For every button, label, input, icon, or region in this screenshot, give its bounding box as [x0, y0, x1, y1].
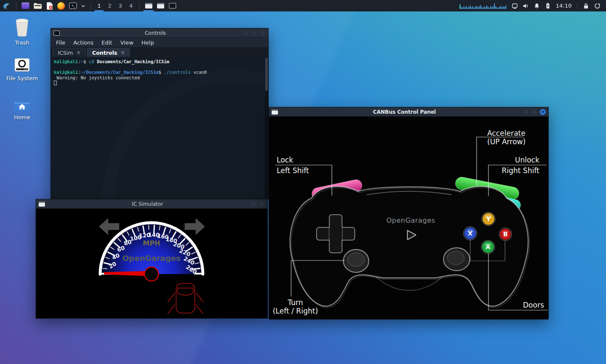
menu-actions[interactable]: Actions	[73, 39, 94, 46]
maximize-button[interactable]	[531, 109, 537, 115]
label-lock: Lock	[277, 156, 293, 164]
label-unlock: Unlock	[515, 156, 539, 164]
terminal-window: Controls File Actions Edit View Help ICS…	[50, 28, 269, 199]
folder-glyph	[34, 3, 42, 9]
close-button[interactable]: ×	[540, 109, 546, 115]
trash-icon	[13, 18, 31, 37]
button-y-label: Y	[486, 216, 491, 222]
terminal-output[interactable]: kali@kali:~$ cd Documents/Car_Hacking/IC…	[51, 57, 268, 199]
label-lock-key: Left Shift	[277, 166, 309, 175]
firefox-icon[interactable]	[55, 0, 67, 11]
controller-diagram: OpenGarages Y X B A	[269, 117, 549, 319]
left-analog-stick	[343, 249, 369, 272]
window-app-icon[interactable]	[20, 0, 31, 11]
gauge-brand-label: OpenGarages	[123, 254, 181, 263]
kali-menu-icon[interactable]	[0, 0, 13, 11]
canbus-window-icon	[272, 109, 278, 115]
panel-separator	[16, 3, 17, 9]
maximize-button[interactable]	[251, 30, 257, 36]
battery-icon[interactable]	[542, 0, 553, 11]
terminal-window-glyph	[169, 3, 176, 8]
volume-icon[interactable]	[520, 0, 531, 11]
canbus-control-panel-window: CANBus Control Panel ×	[269, 107, 549, 319]
window-button[interactable]	[154, 0, 166, 11]
workspace-3[interactable]: 3	[115, 0, 126, 11]
ic-simulator-window: IC Simulator 204060801001201401601	[36, 199, 268, 319]
window-glyph	[145, 3, 152, 8]
label-doors: Doors	[523, 301, 544, 309]
workspace-switcher: 1 2 3 4	[94, 0, 136, 11]
label-turn-key: (Left / Right)	[273, 307, 318, 315]
tab-close-icon[interactable]: ×	[76, 50, 81, 56]
menu-file[interactable]: File	[56, 39, 65, 46]
terminal-titlebar[interactable]: Controls	[51, 28, 268, 38]
minimize-button[interactable]	[243, 30, 249, 36]
label-accelerate: Accelerate	[487, 129, 525, 137]
drive-icon	[14, 58, 31, 73]
terminal-tabbar: ICSim × Controls ×	[51, 47, 268, 57]
tab-close-icon[interactable]: ×	[121, 50, 125, 56]
scrollbar-thumb[interactable]	[265, 58, 268, 91]
minimize-button[interactable]	[523, 109, 529, 115]
display-icon[interactable]	[509, 0, 520, 11]
document-icon[interactable]	[44, 0, 55, 11]
desktop: { "taskbar": { "clock": "14:10", "worksp…	[0, 0, 606, 364]
workspace-2[interactable]: 2	[104, 0, 115, 11]
gauge-hub	[145, 267, 159, 281]
panel-separator	[139, 3, 140, 9]
desktop-icon-label: Trash	[15, 39, 29, 46]
terminal-window-title: Controls	[68, 30, 243, 36]
ic-simulator-titlebar[interactable]: IC Simulator	[36, 199, 267, 209]
desktop-icon-label: Home	[14, 114, 30, 120]
brand-label: OpenGarages	[386, 216, 435, 224]
button-x-label: X	[468, 230, 473, 237]
document-glyph	[46, 2, 53, 10]
tab-label: Controls	[92, 50, 117, 56]
file-manager-icon[interactable]	[31, 0, 44, 11]
label-unlock-key: Right Shift	[502, 166, 539, 175]
ic-simulator-title: IC Simulator	[53, 201, 242, 207]
tab-label: ICSim	[58, 50, 73, 56]
desktop-icon-file-system[interactable]: File System	[3, 58, 41, 81]
close-button[interactable]	[260, 30, 266, 36]
clock[interactable]: 14:10	[553, 3, 574, 9]
menu-help[interactable]: Help	[141, 39, 154, 46]
window-button-terminal[interactable]	[166, 0, 178, 11]
taskbar: >_ 1 2 3 4 14:10	[0, 0, 606, 11]
canbus-canvas: OpenGarages Y X B A	[269, 117, 548, 319]
ic-simulator-canvas: 20406080100120140160180200220240260 MPH …	[36, 209, 267, 318]
label-turn: Turn	[287, 298, 303, 307]
desktop-icon-trash[interactable]: Trash	[3, 18, 41, 46]
desktop-icon-home[interactable]: Home	[3, 98, 41, 120]
purple-window-glyph	[22, 3, 29, 9]
canbus-title: CANBus Control Panel	[286, 109, 523, 115]
tab-controls[interactable]: Controls ×	[87, 48, 130, 57]
desktop-icon-label: File System	[6, 75, 38, 81]
window-button-active[interactable]	[143, 0, 154, 11]
minimize-button[interactable]	[250, 201, 256, 207]
bell-icon[interactable]	[531, 0, 542, 11]
terminal-icon[interactable]: >_	[67, 0, 79, 11]
speedometer: 20406080100120140160180200220240260 MPH …	[36, 209, 267, 318]
kali-logo	[2, 1, 11, 10]
canbus-titlebar[interactable]: CANBus Control Panel ×	[269, 107, 548, 117]
close-button[interactable]	[259, 201, 265, 207]
ic-simulator-window-icon	[39, 202, 45, 207]
right-arrow-icon	[185, 218, 205, 235]
power-icon[interactable]	[592, 0, 603, 11]
terminal-lines: kali@kali:~$ cd Documents/Car_Hacking/IC…	[54, 59, 262, 86]
workspace-4[interactable]: 4	[126, 0, 136, 11]
terminal-scrollbar[interactable]	[265, 57, 268, 199]
chevron-down-icon[interactable]	[79, 0, 87, 11]
window-glyph	[157, 3, 164, 8]
home-folder-icon	[13, 98, 31, 112]
tab-icsim[interactable]: ICSim ×	[53, 48, 86, 57]
menu-edit[interactable]: Edit	[101, 39, 112, 46]
menu-view[interactable]: View	[120, 39, 133, 46]
workspace-1[interactable]: 1	[94, 0, 104, 11]
car-doors-indicator	[168, 283, 203, 314]
panel-separator	[577, 3, 578, 9]
right-analog-stick	[443, 248, 470, 271]
cpu-graph[interactable]	[457, 0, 509, 11]
lock-icon[interactable]	[581, 0, 592, 11]
